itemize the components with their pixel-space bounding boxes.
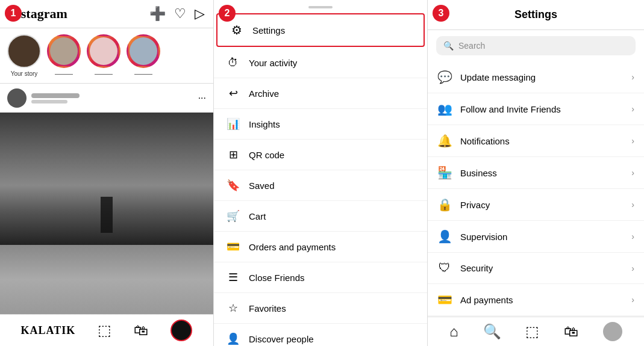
menu-item-qr[interactable]: ⊞ QR code <box>214 140 427 170</box>
search-nav-icon[interactable]: 🔍 <box>483 323 501 340</box>
menu-item-saved[interactable]: 🔖 Saved <box>214 170 427 201</box>
step-badge-1: 1 <box>5 5 22 22</box>
close-friends-icon: ☰ <box>226 271 240 284</box>
menu-item-activity[interactable]: ⏱ Your activity <box>214 48 427 78</box>
stories-row: Your story ——— ——— ——— <box>0 28 213 84</box>
menu-item-discover[interactable]: 👤 Discover people <box>214 324 427 346</box>
chevron-icon-notif: › <box>631 136 634 146</box>
feed-image-1 <box>0 113 213 245</box>
insights-icon: 📊 <box>226 117 240 131</box>
shop-icon[interactable]: ⬚ <box>98 322 111 339</box>
drag-handle <box>308 6 333 8</box>
settings-item-messaging[interactable]: 💬 Update messaging › <box>428 61 644 93</box>
chevron-icon-biz: › <box>631 168 634 178</box>
handle <box>214 0 427 12</box>
search-bar[interactable]: 🔍 Search <box>436 36 636 55</box>
heart-icon[interactable]: ♡ <box>174 6 186 22</box>
post-user-info <box>31 93 193 103</box>
settings-item-security[interactable]: 🛡 Security › <box>428 253 644 284</box>
profile-avatar-active[interactable] <box>170 320 192 341</box>
settings-title: Settings <box>514 8 557 21</box>
send-icon[interactable]: ▷ <box>195 6 205 22</box>
header-icons: ➕ ♡ ▷ <box>149 6 205 22</box>
qr-label: QR code <box>249 150 284 160</box>
chevron-icon-follow: › <box>631 104 634 114</box>
story-item-2[interactable]: ——— <box>87 34 120 77</box>
search-icon: 🔍 <box>443 41 454 51</box>
business-label: Business <box>460 168 623 178</box>
menu-item-favorites[interactable]: ☆ Favorites <box>214 293 427 324</box>
privacy-icon: 🔒 <box>437 197 452 212</box>
step-badge-3: 3 <box>433 5 449 22</box>
discover-label: Discover people <box>249 334 314 344</box>
chevron-icon-sec: › <box>631 264 634 273</box>
post-avatar <box>7 88 27 108</box>
story-avatar-3 <box>127 34 160 68</box>
settings-menu-label: Settings <box>252 25 285 36</box>
chevron-icon-priv: › <box>631 200 634 209</box>
follow-icon: 👥 <box>437 102 452 116</box>
menu-item-orders[interactable]: 💳 Orders and payments <box>214 232 427 262</box>
discover-icon: 👤 <box>226 332 240 345</box>
follow-label: Follow and Invite Friends <box>460 104 623 114</box>
settings-item-follow[interactable]: 👥 Follow and Invite Friends › <box>428 93 644 125</box>
privacy-label: Privacy <box>460 200 623 210</box>
settings-item-supervision[interactable]: 👤 Supervision › <box>428 221 644 253</box>
shop-nav-icon[interactable]: 🛍 <box>564 323 578 340</box>
bag-icon[interactable]: 🛍 <box>134 322 148 339</box>
panel-settings: 3 Settings 🔍 Search 💬 Update messaging ›… <box>428 0 644 346</box>
qr-icon: ⊞ <box>226 148 240 161</box>
story-item-1[interactable]: ——— <box>47 34 81 77</box>
post-username <box>31 93 80 98</box>
menu-item-cart[interactable]: 🛒 Cart <box>214 201 427 232</box>
story-item-yours[interactable]: Your story <box>7 34 41 77</box>
home-icon[interactable]: ⌂ <box>449 323 458 340</box>
feed-bottom-nav: KALATIK ⬚ 🛍 <box>0 314 213 346</box>
supervision-label: Supervision <box>460 232 623 242</box>
activity-icon: ⏱ <box>226 57 240 69</box>
brand-label: KALATIK <box>21 324 76 337</box>
archive-label: Archive <box>249 88 279 99</box>
feed-image-2 <box>0 245 213 314</box>
story-label-yours: Your story <box>11 70 38 77</box>
favorites-icon: ☆ <box>226 301 240 315</box>
story-item-3[interactable]: ——— <box>127 34 160 77</box>
archive-icon: ↩ <box>226 87 240 100</box>
story-label-3: ——— <box>134 70 152 77</box>
security-icon: 🛡 <box>437 261 452 275</box>
activity-label: Your activity <box>249 58 297 68</box>
settings-item-business[interactable]: 🏪 Business › <box>428 157 644 189</box>
settings-item-privacy[interactable]: 🔒 Privacy › <box>428 189 644 221</box>
settings-profile-avatar[interactable] <box>603 322 622 341</box>
menu-item-close-friends[interactable]: ☰ Close Friends <box>214 262 427 293</box>
messaging-icon: 💬 <box>437 70 452 84</box>
settings-item-notifications[interactable]: 🔔 Notifications › <box>428 125 644 157</box>
reels-icon[interactable]: ⬚ <box>525 323 539 340</box>
settings-list: 💬 Update messaging › 👥 Follow and Invite… <box>428 61 644 317</box>
post-more-icon[interactable]: ··· <box>198 93 206 103</box>
orders-icon: 💳 <box>226 240 240 253</box>
favorites-label: Favorites <box>249 303 286 314</box>
panel-menu: 2 ⚙ Settings ⏱ Your activity ↩ Archive 📊… <box>214 0 428 346</box>
settings-item-ad-payments[interactable]: 💳 Ad payments › <box>428 284 644 316</box>
settings-menu-icon: ⚙ <box>230 23 244 37</box>
menu-item-insights[interactable]: 📊 Insights <box>214 109 427 140</box>
menu-item-settings[interactable]: ⚙ Settings <box>216 13 425 47</box>
step-badge-2: 2 <box>219 5 236 22</box>
security-label: Security <box>460 263 623 273</box>
saved-icon: 🔖 <box>226 179 240 192</box>
story-label-1: ——— <box>55 70 73 77</box>
feed-header: Instagram ➕ ♡ ▷ <box>0 0 213 28</box>
story-avatar-yours <box>7 34 41 68</box>
story-avatar-2 <box>87 34 120 68</box>
post-sublabel <box>31 100 67 103</box>
close-friends-label: Close Friends <box>249 273 305 283</box>
menu-item-archive[interactable]: ↩ Archive <box>214 78 427 109</box>
ad-payments-icon: 💳 <box>437 292 452 307</box>
supervision-icon: 👤 <box>437 229 452 244</box>
chevron-icon: › <box>631 72 634 82</box>
settings-header: Settings <box>428 0 644 30</box>
new-post-icon[interactable]: ➕ <box>149 6 166 22</box>
post-header: ··· <box>0 84 213 113</box>
chevron-icon-adpay: › <box>631 295 634 304</box>
